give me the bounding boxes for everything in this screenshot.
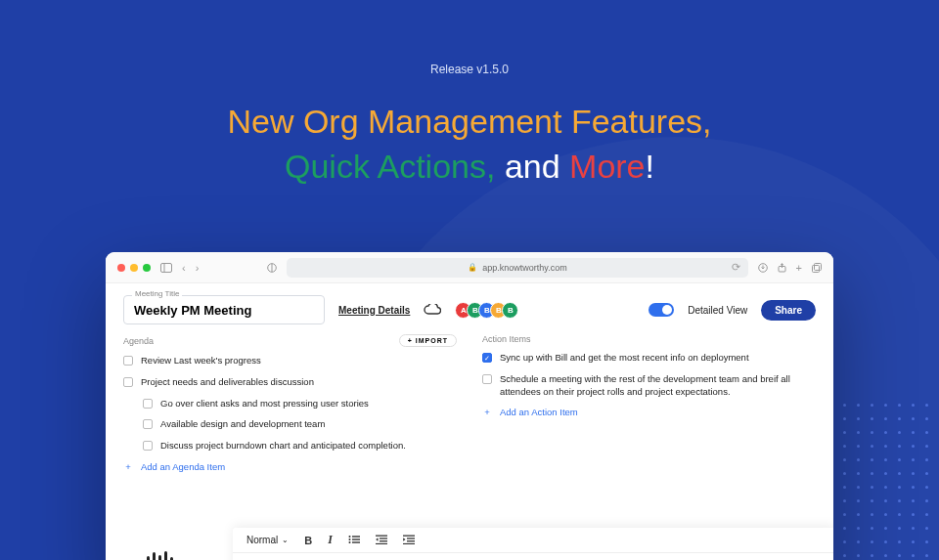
forward-icon[interactable]: ›	[196, 262, 200, 274]
checkbox-icon[interactable]	[123, 356, 133, 366]
add-agenda-item[interactable]: + Add an Agenda Item	[123, 461, 457, 472]
text-style-value: Normal	[246, 535, 278, 545]
reload-icon[interactable]: ⟳	[732, 261, 740, 274]
agenda-item[interactable]: Project needs and deliverables discussio…	[123, 376, 457, 389]
url-bar[interactable]: 🔒 app.knowtworthy.com ⟳	[287, 258, 747, 278]
svg-rect-10	[352, 538, 360, 539]
maximize-icon[interactable]	[143, 264, 151, 272]
agenda-item[interactable]: Go over client asks and most pressing us…	[123, 398, 457, 410]
meeting-title-input[interactable]	[134, 303, 314, 318]
agenda-item-text: Discuss project burndown chart and antic…	[160, 440, 406, 452]
checkbox-icon[interactable]	[143, 399, 153, 409]
agenda-item-text: Project needs and deliverables discussio…	[141, 376, 314, 389]
agenda-item[interactable]: Review Last week's progress	[123, 355, 457, 367]
action-item-text: Sync up with Bill and get the most recen…	[500, 352, 749, 365]
svg-rect-20	[403, 542, 415, 543]
action-items-column: Action Items Sync up with Bill and get t…	[482, 334, 816, 472]
agenda-item[interactable]: Discuss project burndown chart and antic…	[123, 440, 457, 452]
share-icon[interactable]	[778, 263, 786, 273]
svg-rect-8	[352, 536, 360, 537]
svg-rect-19	[407, 540, 415, 541]
add-action-label: Add an Action Item	[500, 407, 578, 417]
editor-toolbar: Normal ⌄ B I	[233, 528, 833, 553]
headline-p1: New Org Management Features,	[227, 103, 711, 140]
checkbox-icon[interactable]	[482, 374, 492, 384]
action-item[interactable]: Schedule a meeting with the rest of the …	[482, 373, 816, 399]
svg-point-11	[348, 541, 350, 543]
cloud-sync-icon	[424, 304, 441, 316]
meeting-title-label: Meeting Title	[132, 289, 182, 298]
audio-waveform-icon[interactable]	[147, 551, 173, 560]
notes-editor: Normal ⌄ B I First Order of business: Ho…	[233, 528, 833, 560]
app-header: Meeting Title Meeting Details A B B B B …	[106, 283, 833, 330]
svg-rect-15	[380, 540, 387, 541]
indent-icon[interactable]	[403, 535, 415, 546]
checkbox-icon[interactable]	[143, 441, 153, 451]
text-style-select[interactable]: Normal ⌄	[246, 535, 289, 545]
lock-icon: 🔒	[468, 263, 477, 272]
svg-rect-18	[407, 538, 415, 538]
attendee-avatars[interactable]: A B B B B	[455, 302, 518, 319]
svg-point-7	[348, 536, 350, 538]
editor-content[interactable]: First Order of business: How many prezel…	[233, 553, 833, 560]
tabs-icon[interactable]	[812, 263, 822, 273]
agenda-item-text: Review Last week's progress	[141, 355, 261, 367]
action-item[interactable]: Sync up with Bill and get the most recen…	[482, 352, 816, 365]
meeting-title-field[interactable]: Meeting Title	[123, 295, 325, 324]
new-tab-icon[interactable]: +	[796, 262, 802, 274]
release-label: Release v1.5.0	[0, 63, 939, 76]
agenda-column: Agenda + IMPORT Review Last week's progr…	[123, 334, 457, 472]
close-icon[interactable]	[117, 264, 125, 272]
browser-chrome: ‹ › 🔒 app.knowtworthy.com ⟳ +	[106, 252, 833, 283]
svg-rect-0	[161, 263, 172, 272]
checkbox-checked-icon[interactable]	[482, 353, 492, 363]
plus-icon: +	[482, 407, 492, 417]
italic-icon[interactable]: I	[328, 533, 333, 547]
bold-icon[interactable]: B	[304, 535, 312, 546]
sidebar-toggle-icon[interactable]	[160, 263, 172, 273]
agenda-item-text: Go over client asks and most pressing us…	[160, 398, 369, 410]
agenda-item[interactable]: Available design and development team	[123, 418, 457, 431]
meeting-details-link[interactable]: Meeting Details	[338, 305, 410, 316]
agenda-heading: Agenda	[123, 336, 154, 346]
bullet-list-icon[interactable]	[348, 535, 360, 546]
svg-rect-14	[380, 538, 387, 538]
avatar[interactable]: B	[502, 302, 518, 319]
import-button[interactable]: + IMPORT	[399, 334, 457, 347]
action-items-heading: Action Items	[482, 334, 531, 344]
detailed-view-toggle[interactable]	[648, 303, 674, 317]
svg-rect-17	[403, 535, 415, 536]
svg-rect-12	[352, 541, 360, 542]
add-action-item[interactable]: + Add an Action Item	[482, 407, 816, 417]
svg-rect-16	[376, 542, 387, 543]
add-agenda-label: Add an Agenda Item	[141, 461, 225, 472]
detailed-view-label: Detailed View	[688, 305, 747, 316]
outdent-icon[interactable]	[376, 535, 387, 546]
checkbox-icon[interactable]	[143, 419, 153, 429]
svg-rect-5	[813, 265, 820, 272]
action-item-text: Schedule a meeting with the rest of the …	[500, 373, 816, 399]
svg-rect-13	[376, 535, 387, 536]
download-icon[interactable]	[758, 263, 768, 273]
minimize-icon[interactable]	[130, 264, 138, 272]
share-button[interactable]: Share	[761, 300, 816, 321]
checkbox-icon[interactable]	[123, 377, 133, 387]
window-controls[interactable]	[117, 264, 151, 272]
svg-rect-6	[815, 263, 822, 270]
chevron-down-icon: ⌄	[282, 536, 289, 544]
agenda-item-text: Available design and development team	[160, 418, 325, 431]
back-icon[interactable]: ‹	[182, 262, 186, 274]
url-text: app.knowtworthy.com	[482, 263, 566, 273]
svg-point-9	[348, 538, 350, 540]
browser-window: ‹ › 🔒 app.knowtworthy.com ⟳ + Meeting Ti…	[106, 252, 833, 560]
headline-p2: Quick Actions,	[285, 148, 495, 185]
plus-icon: +	[123, 461, 133, 472]
shield-icon[interactable]	[267, 263, 277, 273]
